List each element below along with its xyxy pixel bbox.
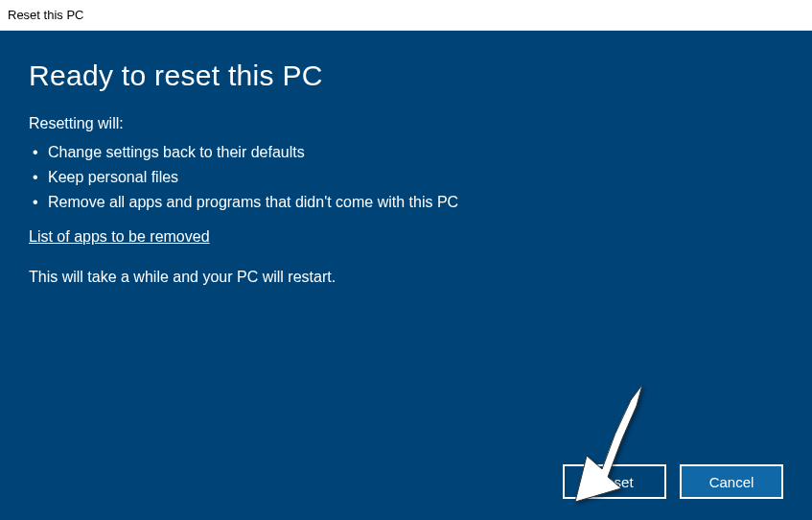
dialog-body: Ready to reset this PC Resetting will: C… xyxy=(0,31,812,520)
note-text: This will take a while and your PC will … xyxy=(29,269,783,286)
button-row: Reset Cancel xyxy=(563,464,783,499)
reset-button[interactable]: Reset xyxy=(563,464,666,499)
dialog-heading: Ready to reset this PC xyxy=(29,59,783,92)
bullet-list: Change settings back to their defaults K… xyxy=(29,140,783,215)
list-item: Remove all apps and programs that didn't… xyxy=(29,190,783,215)
window-title: Reset this PC xyxy=(8,8,83,22)
titlebar: Reset this PC xyxy=(0,0,812,31)
list-item: Change settings back to their defaults xyxy=(29,140,783,165)
resetting-label: Resetting will: xyxy=(29,115,783,132)
apps-removed-link[interactable]: List of apps to be removed xyxy=(29,228,210,246)
cancel-button[interactable]: Cancel xyxy=(680,464,783,499)
list-item: Keep personal files xyxy=(29,165,783,190)
